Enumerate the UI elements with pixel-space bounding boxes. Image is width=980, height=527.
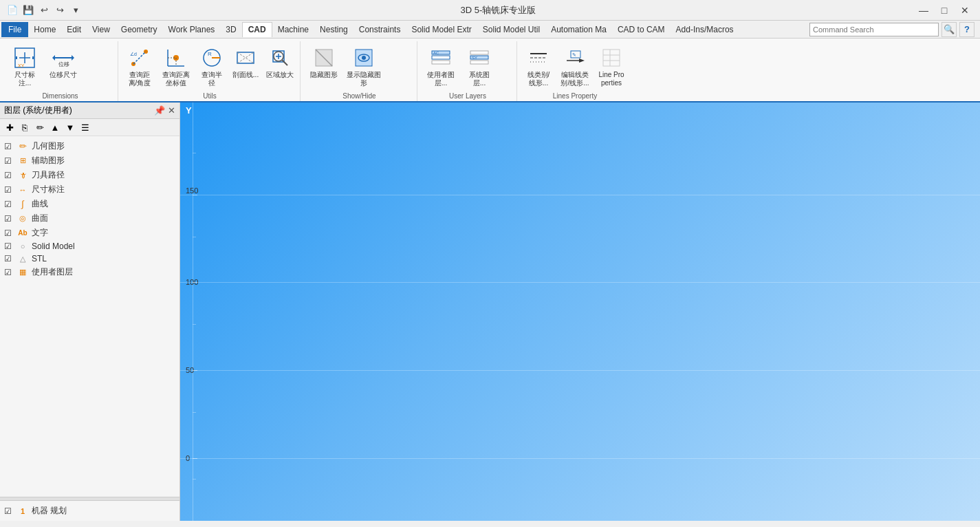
layer-check-aux[interactable]: ☑	[4, 156, 14, 166]
minor-tick	[193, 324, 196, 325]
new-file-button[interactable]: 📄	[6, 3, 19, 17]
use-layer-button[interactable]: AC 使用者图层...	[423, 44, 459, 90]
panel-toolbar: ✚ ⎘ ✏ ▲ ▼ ☰	[0, 119, 179, 136]
command-search-input[interactable]	[809, 23, 939, 36]
menu-nesting[interactable]: Nesting	[314, 22, 353, 37]
list-item[interactable]: ☑ ↔ 尺寸标注	[3, 182, 177, 197]
move-size-button[interactable]: 位移 位移尺寸	[45, 44, 81, 88]
list-item[interactable]: ☑ ✏ 几何图形	[3, 139, 177, 153]
layer-check-surfaces[interactable]: ☑	[4, 214, 14, 224]
layer-check-curves[interactable]: ☑	[4, 200, 14, 209]
ribbon-group-utils: ∠d 查询距离/角度 查询距离	[120, 41, 301, 101]
help-button[interactable]: ?	[959, 22, 974, 37]
canvas-area[interactable]: Y 150 100 50 0	[180, 103, 980, 521]
line-type-icon	[527, 47, 549, 69]
menu-edit[interactable]: Edit	[61, 22, 87, 37]
menu-machine[interactable]: Machine	[272, 22, 314, 37]
line-props-label: Line Properties	[598, 71, 625, 87]
text-icon: Ab	[17, 229, 29, 237]
hide-graphics-button[interactable]: 隐藏图形	[306, 44, 342, 88]
undo-button[interactable]: ↩	[37, 3, 51, 17]
menu-workplanes[interactable]: Work Planes	[163, 22, 221, 37]
menu-home[interactable]: Home	[28, 22, 61, 37]
panel-close-button[interactable]: ✕	[168, 105, 175, 116]
menu-solidmodelutil[interactable]: Solid Model Util	[477, 22, 545, 37]
layer-new-button[interactable]: ✚	[3, 120, 17, 134]
userlayer-icon: ▦	[17, 268, 29, 277]
svg-rect-36	[432, 56, 450, 59]
dimensions-label: 尺寸标注	[32, 184, 65, 195]
line-props-button[interactable]: Line Properties	[596, 44, 627, 90]
svg-point-34	[362, 56, 366, 60]
layer-copy-button[interactable]: ⎘	[18, 120, 32, 134]
dimensions-group-label: Dimensions	[7, 90, 113, 101]
list-item[interactable]: ☑ ○ Solid Model	[3, 240, 177, 252]
zoom-area-button[interactable]: 区域放大	[264, 44, 296, 88]
svg-text:XY: XY	[18, 63, 25, 68]
solidmodel-label: Solid Model	[32, 241, 75, 251]
menu-automationma[interactable]: Automation Ma	[545, 22, 612, 37]
qat-dropdown-button[interactable]: ▾	[69, 3, 83, 17]
layer-up-button[interactable]: ▲	[48, 120, 62, 134]
layer-check-dimensions[interactable]: ☑	[4, 185, 14, 195]
svg-rect-39	[470, 51, 488, 54]
query-dist-button[interactable]: ∠d 查询距离/角度	[124, 44, 155, 90]
tick-150	[193, 195, 197, 195]
panel-pin-button[interactable]: 📌	[154, 105, 165, 116]
list-item[interactable]: ☑ 🗡 刀具路径	[3, 168, 177, 182]
stl-icon: △	[17, 255, 29, 264]
menu-geometry[interactable]: Geometry	[116, 22, 163, 37]
curves-label: 曲线	[32, 198, 48, 210]
layer-check-stl[interactable]: ☑	[4, 254, 14, 264]
menu-cad[interactable]: CAD	[242, 22, 272, 37]
zoom-area-label: 区域放大	[266, 71, 294, 79]
layer-check-text[interactable]: ☑	[4, 228, 14, 238]
query-coords-button[interactable]: 查询距离坐标值	[158, 44, 194, 90]
menu-addins[interactable]: Add-Ins/Macros	[671, 22, 739, 37]
show-graphics-button[interactable]: 显示隐藏图形	[345, 44, 383, 90]
maximize-button[interactable]: □	[935, 3, 954, 18]
list-item[interactable]: ☑ 1 机器 规划	[3, 504, 177, 518]
section-line-button[interactable]: 剖面线...	[230, 44, 261, 88]
zoom-area-icon	[269, 47, 291, 69]
line-type-button[interactable]: 线类别/线形...	[523, 44, 554, 90]
layer-down-button[interactable]: ▼	[63, 120, 77, 134]
list-item[interactable]: ☑ Ab 文字	[3, 226, 177, 240]
list-item[interactable]: ☑ ⊞ 辅助图形	[3, 153, 177, 168]
edit-line-button[interactable]: ✎ 编辑线类别/线形...	[557, 44, 593, 90]
query-coords-label: 查询距离坐标值	[160, 71, 192, 87]
close-button[interactable]: ✕	[955, 3, 974, 18]
menu-3d[interactable]: 3D	[220, 22, 241, 37]
list-item[interactable]: ☑ ∫ 曲线	[3, 197, 177, 211]
list-item[interactable]: ☑ ▦ 使用者图层	[3, 265, 177, 279]
menu-cadtocam[interactable]: CAD to CAM	[612, 22, 671, 37]
layer-menu-button[interactable]: ☰	[78, 120, 92, 134]
svg-rect-41	[470, 61, 488, 64]
section-line-label: 剖面线...	[232, 71, 259, 79]
layer-check-solidmodel[interactable]: ☑	[4, 241, 14, 251]
svg-text:SY: SY	[472, 56, 477, 60]
list-item[interactable]: ☑ △ STL	[3, 252, 177, 265]
redo-button[interactable]: ↪	[53, 3, 67, 17]
ruler-line-100	[180, 282, 980, 283]
menu-solidmodelextr[interactable]: Solid Model Extr	[406, 22, 477, 37]
menu-file[interactable]: File	[1, 22, 28, 37]
save-button[interactable]: 💾	[21, 3, 35, 17]
tick-0	[193, 458, 197, 459]
sys-layer-button[interactable]: SY 系统图层...	[461, 44, 497, 90]
list-item[interactable]: ☑ ◎ 曲面	[3, 211, 177, 226]
query-half-button[interactable]: R 查询半径	[197, 44, 227, 90]
query-half-label: 查询半径	[199, 71, 225, 87]
search-button[interactable]: 🔍	[941, 22, 957, 37]
show-graphics-label: 显示隐藏图形	[347, 71, 381, 87]
userlayer-label: 使用者图层	[32, 266, 73, 278]
layer-check-machine[interactable]: ☑	[4, 506, 14, 516]
minimize-button[interactable]: —	[914, 3, 933, 18]
menu-view[interactable]: View	[87, 22, 116, 37]
menu-constraints[interactable]: Constraints	[353, 22, 406, 37]
layer-check-geometry[interactable]: ☑	[4, 142, 14, 151]
snap-coords-button[interactable]: XY 尺寸标注...	[7, 44, 43, 90]
layer-check-userlayer[interactable]: ☑	[4, 268, 14, 277]
layer-check-toolpath[interactable]: ☑	[4, 171, 14, 180]
layer-edit-button[interactable]: ✏	[33, 120, 47, 134]
